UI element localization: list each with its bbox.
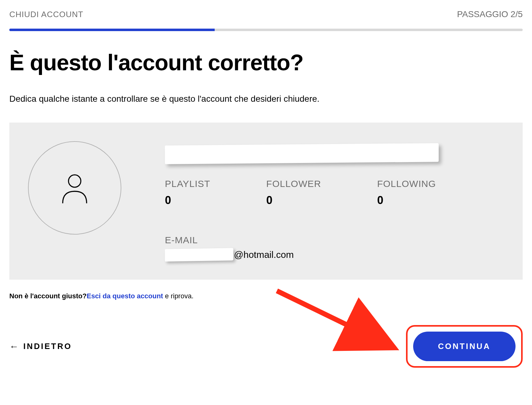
stat-playlist: PLAYLIST 0 — [165, 179, 210, 207]
stat-following: FOLLOWING 0 — [377, 179, 436, 207]
email-section: E-MAIL @hotmail.com — [165, 235, 504, 261]
step-indicator: PASSAGGIO 2/5 — [457, 9, 523, 19]
account-card: PLAYLIST 0 FOLLOWER 0 FOLLOWING 0 E-MAIL… — [9, 123, 523, 280]
email-row: @hotmail.com — [165, 249, 504, 261]
header-row: CHIUDI ACCOUNT PASSAGGIO 2/5 — [9, 9, 523, 19]
continue-highlight-box: CONTINUA — [406, 325, 523, 368]
continue-button[interactable]: CONTINUA — [413, 332, 516, 361]
stat-follower-value: 0 — [266, 194, 321, 207]
email-label: E-MAIL — [165, 235, 504, 245]
back-button[interactable]: ← INDIETRO — [9, 341, 72, 352]
account-details: PLAYLIST 0 FOLLOWER 0 FOLLOWING 0 E-MAIL… — [165, 141, 504, 261]
stat-playlist-value: 0 — [165, 194, 210, 207]
logout-link[interactable]: Esci da questo account — [86, 292, 163, 300]
user-icon — [58, 171, 92, 205]
redacted-username — [165, 143, 439, 164]
page-title: È questo l'account corretto? — [9, 50, 523, 75]
stat-following-value: 0 — [377, 194, 436, 207]
arrow-left-icon: ← — [9, 341, 19, 352]
avatar — [28, 141, 121, 235]
progress-bar — [9, 29, 523, 31]
footer-row: ← INDIETRO CONTINUA — [9, 325, 523, 368]
wrong-account-suffix: e riprova. — [163, 292, 194, 300]
stat-follower: FOLLOWER 0 — [266, 179, 321, 207]
stat-following-label: FOLLOWING — [377, 179, 436, 189]
wrong-account-prefix: Non è l'account giusto? — [9, 292, 86, 300]
redacted-email-local — [165, 248, 233, 262]
progress-fill — [9, 29, 215, 31]
stat-playlist-label: PLAYLIST — [165, 179, 210, 189]
page-header-title: CHIUDI ACCOUNT — [9, 10, 83, 19]
back-button-label: INDIETRO — [23, 342, 72, 351]
email-domain: @hotmail.com — [234, 249, 294, 260]
stats-row: PLAYLIST 0 FOLLOWER 0 FOLLOWING 0 — [165, 179, 504, 207]
page-subtitle: Dedica qualche istante a controllare se … — [9, 94, 523, 104]
svg-point-0 — [68, 175, 81, 187]
stat-follower-label: FOLLOWER — [266, 179, 321, 189]
wrong-account-row: Non è l'account giusto?Esci da questo ac… — [9, 292, 523, 300]
avatar-wrapper — [28, 141, 121, 261]
